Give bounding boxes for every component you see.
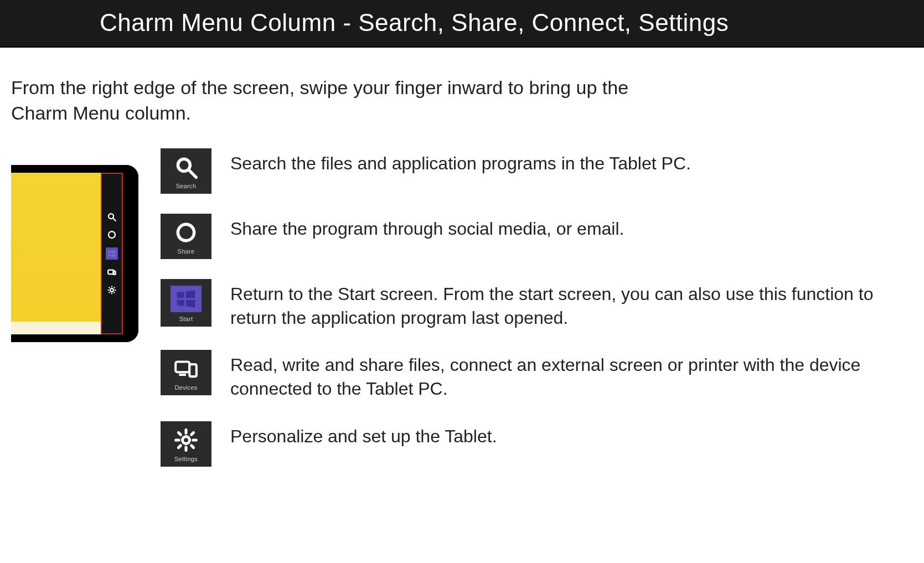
svg-rect-6 <box>112 254 116 256</box>
svg-rect-5 <box>108 254 111 256</box>
start-tile-label: Start <box>179 316 193 322</box>
charm-item-devices: Devices Read, write and share files, con… <box>161 350 913 401</box>
devices-description: Read, write and share files, connect an … <box>230 350 884 401</box>
svg-point-9 <box>110 288 113 292</box>
tablet-charm-column <box>101 173 123 334</box>
svg-point-20 <box>183 436 190 443</box>
search-tile-label: Search <box>176 183 197 189</box>
settings-tile-label: Settings <box>174 456 198 462</box>
search-icon <box>174 155 198 179</box>
intro-text: From the right edge of the screen, swipe… <box>11 75 675 126</box>
charm-list: Search Search the files and application … <box>161 148 913 467</box>
content-area: From the right edge of the screen, swipe… <box>0 48 924 489</box>
start-icon <box>171 286 202 312</box>
svg-marker-14 <box>186 290 195 298</box>
start-icon <box>106 247 118 260</box>
svg-line-1 <box>113 218 116 221</box>
share-description: Share the program through social media, … <box>230 214 624 241</box>
svg-rect-19 <box>189 364 197 376</box>
svg-rect-3 <box>108 250 111 253</box>
svg-rect-4 <box>112 250 116 253</box>
settings-tile: Settings <box>161 421 211 467</box>
settings-icon <box>174 428 198 452</box>
search-icon <box>107 212 117 222</box>
svg-marker-15 <box>177 299 184 306</box>
devices-icon <box>174 357 198 381</box>
start-description: Return to the Start screen. From the sta… <box>230 279 884 330</box>
settings-icon <box>107 285 117 295</box>
page-title: Charm Menu Column - Search, Share, Conne… <box>0 0 924 48</box>
svg-line-11 <box>189 170 197 177</box>
charm-item-search: Search Search the files and application … <box>161 148 913 194</box>
charm-item-start: Start Return to the Start screen. From t… <box>161 279 913 330</box>
svg-point-0 <box>109 214 113 219</box>
charm-item-share: Share Share the program through social m… <box>161 214 913 259</box>
settings-description: Personalize and set up the Tablet. <box>230 421 497 448</box>
share-icon <box>174 220 198 245</box>
charm-item-settings: Settings Personalize and set up the Tabl… <box>161 421 913 467</box>
share-tile: Share <box>161 214 211 259</box>
svg-point-2 <box>109 231 115 238</box>
share-tile-label: Share <box>178 248 195 255</box>
tablet-illustration <box>11 148 138 342</box>
svg-marker-16 <box>186 299 195 307</box>
search-tile: Search <box>161 148 211 194</box>
search-description: Search the files and application program… <box>230 148 691 175</box>
body-row: Search Search the files and application … <box>11 148 913 467</box>
devices-tile: Devices <box>161 350 211 395</box>
svg-rect-17 <box>175 362 189 373</box>
devices-icon <box>107 267 117 277</box>
share-icon <box>107 230 117 240</box>
start-tile: Start <box>161 279 211 327</box>
svg-marker-13 <box>177 292 184 298</box>
tablet-frame <box>11 165 138 342</box>
devices-tile-label: Devices <box>174 384 197 391</box>
